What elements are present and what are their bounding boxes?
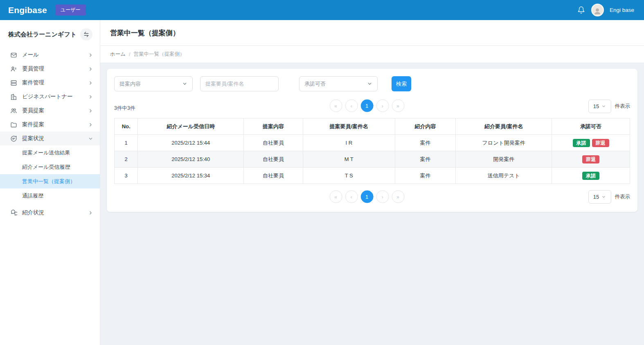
proposal-status-submenu: 提案メール送信結果 紹介メール受信履歴 営業中一覧（提案側） 通話履歴: [0, 145, 100, 203]
sidebar-item-mail[interactable]: メール: [0, 48, 100, 62]
mail-icon: [10, 51, 17, 59]
page-size-label: 件表示: [615, 103, 630, 110]
server-icon: [10, 79, 17, 86]
sidebar-subitem-active-sales-list[interactable]: 営業中一覧（提案側）: [0, 174, 100, 188]
chevron-right-icon: [88, 210, 93, 216]
chevron-down-icon: [601, 104, 606, 109]
chevron-down-icon: [601, 195, 606, 199]
col-intro-name: 紹介要員/案件名: [456, 118, 552, 135]
user-list-icon: [10, 65, 17, 73]
notifications-bell-icon[interactable]: [577, 6, 585, 14]
chevron-down-icon: [367, 81, 372, 86]
result-count: 3件中3件: [114, 105, 135, 113]
company-name: 株式会社ラーニンギフト: [8, 31, 77, 39]
keyword-input[interactable]: [200, 76, 279, 91]
page-size-select[interactable]: 15: [588, 190, 611, 204]
chat-bubbles-icon: [10, 209, 17, 216]
results-table: No. 紹介メール受信日時 提案内容 提案要員/案件名 紹介内容 紹介要員/案件…: [114, 118, 630, 184]
chevron-right-icon: [88, 52, 93, 58]
search-button[interactable]: 検索: [392, 76, 411, 91]
breadcrumb-home[interactable]: ホーム: [110, 51, 126, 58]
page-size-label: 件表示: [615, 193, 630, 200]
chevron-right-icon: [88, 94, 93, 100]
next-page-button[interactable]: ›: [376, 100, 389, 112]
list-toolbar-bottom: « ‹ 1 › » 15 件表示: [114, 190, 630, 204]
col-received-at: 紹介メール受信日時: [138, 118, 244, 135]
sidebar-subitem-proposal-mail-results[interactable]: 提案メール送信結果: [0, 145, 100, 160]
table-header-row: No. 紹介メール受信日時 提案内容 提案要員/案件名 紹介内容 紹介要員/案件…: [115, 118, 630, 135]
first-page-button[interactable]: «: [329, 100, 342, 112]
next-page-button[interactable]: ›: [376, 191, 389, 203]
table-row: 1 2025/2/12 15:44 自社要員 I R 案件 フロント開発案件 承…: [115, 135, 630, 151]
chevron-down-icon: [182, 81, 187, 86]
sidebar-item-project-management[interactable]: 案件管理: [0, 76, 100, 90]
col-no: No.: [115, 118, 138, 135]
sidebar-subitem-intro-mail-history[interactable]: 紹介メール受信履歴: [0, 160, 100, 174]
page-header: 営業中一覧（提案側）: [100, 20, 644, 46]
topbar: Engibase ユーザー Engi base: [0, 0, 644, 20]
chat-bubble-icon: [10, 135, 17, 142]
page-1-button[interactable]: 1: [360, 191, 373, 203]
page-title: 営業中一覧（提案側）: [110, 28, 180, 38]
sidebar-item-introduction-status[interactable]: 紹介状況: [0, 206, 100, 220]
table-row: 3 2025/2/12 15:34 自社要員 T S 案件 送信用テスト 承諾: [115, 168, 630, 184]
breadcrumb: ホーム / 営業中一覧（提案側）: [100, 46, 644, 63]
approve-button[interactable]: 承諾: [573, 139, 590, 147]
sidebar-item-proposal-status[interactable]: 提案状況: [0, 132, 100, 145]
content-area: 提案内容 承諾可否 検索 3件中3件 « ‹: [100, 63, 644, 345]
pagination-top: « ‹ 1 › »: [329, 100, 404, 112]
last-page-button[interactable]: »: [392, 191, 404, 203]
prev-page-button[interactable]: ‹: [345, 191, 358, 203]
chevron-down-icon: [88, 136, 93, 141]
chevron-right-icon: [88, 66, 93, 72]
sidebar-subitem-call-history[interactable]: 通話履歴: [0, 188, 100, 203]
sidebar-item-staff-management[interactable]: 要員管理: [0, 62, 100, 76]
table-row: 2 2025/2/12 15:40 自社要員 M T 案件 開発案件 辞退: [115, 151, 630, 168]
pagination-bottom: « ‹ 1 › »: [329, 191, 404, 203]
proposal-type-select[interactable]: 提案内容: [114, 76, 193, 91]
last-page-button[interactable]: »: [392, 100, 404, 112]
role-badge: ユーザー: [55, 5, 86, 16]
list-card: 提案内容 承諾可否 検索 3件中3件 « ‹: [107, 69, 637, 212]
col-approval: 承諾可否: [552, 118, 630, 135]
user-avatar[interactable]: [591, 4, 604, 16]
page-1-button[interactable]: 1: [360, 100, 373, 112]
chevron-right-icon: [88, 108, 93, 113]
approve-button[interactable]: 承諾: [582, 172, 599, 180]
col-proposal-type: 提案内容: [244, 118, 303, 135]
sidebar-item-business-partner[interactable]: ビジネスパートナー: [0, 90, 100, 104]
page-size-select[interactable]: 15: [588, 100, 611, 113]
folder-icon: [10, 121, 17, 128]
sidebar: 株式会社ラーニンギフト メール 要員管理: [0, 20, 100, 345]
breadcrumb-current: 営業中一覧（提案側）: [134, 51, 185, 58]
list-toolbar-top: 3件中3件 « ‹ 1 › » 15 件表示: [114, 98, 630, 113]
app-logo[interactable]: Engibase: [8, 5, 47, 15]
col-intro-type: 紹介内容: [395, 118, 456, 135]
filter-bar: 提案内容 承諾可否 検索: [114, 76, 630, 91]
approval-select[interactable]: 承諾可否: [299, 76, 378, 91]
col-proposal-name: 提案要員/案件名: [303, 118, 395, 135]
prev-page-button[interactable]: ‹: [345, 100, 358, 112]
swap-arrows-icon: [83, 31, 90, 38]
decline-button[interactable]: 辞退: [592, 139, 609, 147]
sidebar-collapse-button[interactable]: [80, 28, 92, 41]
chevron-right-icon: [88, 80, 93, 86]
sidebar-item-staff-proposal[interactable]: 要員提案: [0, 104, 100, 118]
sidebar-item-project-proposal[interactable]: 案件提案: [0, 118, 100, 132]
first-page-button[interactable]: «: [329, 191, 342, 203]
breadcrumb-separator: /: [129, 52, 130, 57]
decline-button[interactable]: 辞退: [582, 155, 599, 163]
chevron-right-icon: [88, 122, 93, 127]
user-name[interactable]: Engi base: [610, 7, 634, 13]
sidebar-nav: メール 要員管理 案件管理 ビジネ: [0, 46, 100, 220]
users-icon: [10, 107, 17, 114]
building-icon: [10, 93, 17, 100]
